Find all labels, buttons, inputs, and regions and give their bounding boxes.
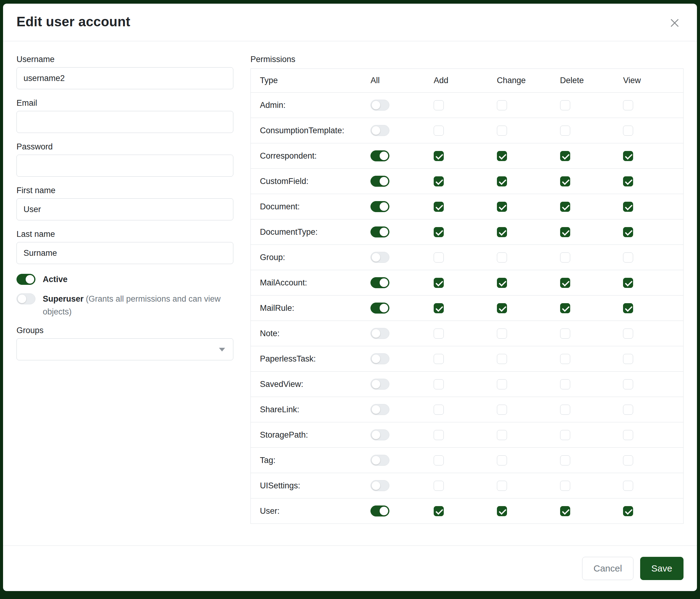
perm-delete-checkbox[interactable] — [560, 100, 570, 110]
perm-change-checkbox[interactable] — [497, 506, 507, 516]
save-button[interactable]: Save — [640, 557, 683, 580]
perm-delete-checkbox[interactable] — [560, 481, 570, 491]
perm-add-checkbox[interactable] — [434, 354, 444, 364]
perm-all-toggle[interactable] — [371, 429, 390, 440]
perm-all-toggle[interactable] — [371, 150, 390, 161]
perm-all-toggle[interactable] — [371, 505, 390, 517]
perm-change-checkbox[interactable] — [497, 379, 507, 389]
perm-add-checkbox[interactable] — [434, 227, 444, 237]
perm-all-toggle[interactable] — [371, 353, 390, 364]
perm-change-checkbox[interactable] — [497, 405, 507, 415]
perm-all-toggle[interactable] — [371, 455, 390, 466]
permission-type-label: CustomField: — [251, 169, 368, 194]
perm-change-checkbox[interactable] — [497, 100, 507, 110]
perm-add-checkbox[interactable] — [434, 379, 444, 389]
perm-add-checkbox[interactable] — [434, 329, 444, 339]
first-name-input[interactable] — [17, 198, 233, 220]
perm-all-toggle[interactable] — [371, 176, 390, 187]
perm-change-checkbox[interactable] — [497, 202, 507, 212]
perm-view-checkbox[interactable] — [623, 455, 633, 465]
perm-add-checkbox[interactable] — [434, 455, 444, 465]
password-input[interactable] — [17, 154, 233, 177]
perm-add-checkbox[interactable] — [434, 151, 444, 161]
perm-change-checkbox[interactable] — [497, 176, 507, 186]
perm-add-checkbox[interactable] — [434, 100, 444, 110]
perm-delete-checkbox[interactable] — [560, 430, 570, 440]
perm-change-checkbox[interactable] — [497, 329, 507, 339]
perm-change-checkbox[interactable] — [497, 303, 507, 313]
perm-add-checkbox[interactable] — [434, 506, 444, 516]
perm-all-toggle[interactable] — [371, 252, 390, 263]
perm-all-toggle[interactable] — [371, 303, 390, 314]
perm-add-checkbox[interactable] — [434, 253, 444, 263]
user-form: Username Email Password First name Last — [17, 55, 233, 532]
perm-delete-checkbox[interactable] — [560, 278, 570, 288]
perm-view-checkbox[interactable] — [623, 329, 633, 339]
perm-view-checkbox[interactable] — [623, 176, 633, 186]
perm-view-checkbox[interactable] — [623, 100, 633, 110]
perm-change-checkbox[interactable] — [497, 481, 507, 491]
username-input[interactable] — [17, 67, 233, 89]
perm-delete-checkbox[interactable] — [560, 303, 570, 313]
perm-all-toggle[interactable] — [371, 201, 390, 212]
perm-view-checkbox[interactable] — [623, 481, 633, 491]
perm-add-checkbox[interactable] — [434, 303, 444, 313]
perm-all-toggle[interactable] — [371, 404, 390, 415]
perm-all-toggle[interactable] — [371, 125, 390, 136]
perm-view-checkbox[interactable] — [623, 202, 633, 212]
perm-view-checkbox[interactable] — [623, 506, 633, 516]
perm-change-checkbox[interactable] — [497, 278, 507, 288]
perm-change-checkbox[interactable] — [497, 126, 507, 136]
perm-delete-checkbox[interactable] — [560, 329, 570, 339]
perm-all-toggle[interactable] — [371, 277, 390, 288]
perm-delete-checkbox[interactable] — [560, 354, 570, 364]
perm-all-toggle[interactable] — [371, 226, 390, 237]
perm-change-checkbox[interactable] — [497, 354, 507, 364]
perm-view-checkbox[interactable] — [623, 405, 633, 415]
perm-view-checkbox[interactable] — [623, 253, 633, 263]
perm-delete-checkbox[interactable] — [560, 253, 570, 263]
last-name-input[interactable] — [17, 242, 233, 264]
perm-change-checkbox[interactable] — [497, 227, 507, 237]
perm-view-checkbox[interactable] — [623, 303, 633, 313]
perm-delete-checkbox[interactable] — [560, 126, 570, 136]
perm-view-checkbox[interactable] — [623, 151, 633, 161]
permissions-table: Type All Add Change Delete View Admin:Co… — [250, 69, 683, 524]
perm-delete-checkbox[interactable] — [560, 202, 570, 212]
perm-change-checkbox[interactable] — [497, 151, 507, 161]
perm-view-checkbox[interactable] — [623, 430, 633, 440]
perm-add-checkbox[interactable] — [434, 481, 444, 491]
perm-add-checkbox[interactable] — [434, 202, 444, 212]
perm-change-checkbox[interactable] — [497, 455, 507, 465]
perm-all-toggle[interactable] — [371, 100, 390, 111]
perm-delete-checkbox[interactable] — [560, 151, 570, 161]
perm-view-checkbox[interactable] — [623, 354, 633, 364]
close-icon[interactable] — [666, 14, 683, 32]
email-input[interactable] — [17, 111, 233, 133]
perm-delete-checkbox[interactable] — [560, 227, 570, 237]
permissions-header-row: Type All Add Change Delete View — [251, 69, 683, 93]
perm-view-checkbox[interactable] — [623, 227, 633, 237]
perm-view-checkbox[interactable] — [623, 126, 633, 136]
perm-change-checkbox[interactable] — [497, 253, 507, 263]
perm-all-toggle[interactable] — [371, 480, 390, 491]
perm-add-checkbox[interactable] — [434, 176, 444, 186]
perm-view-checkbox[interactable] — [623, 278, 633, 288]
superuser-toggle[interactable] — [17, 293, 35, 304]
perm-add-checkbox[interactable] — [434, 278, 444, 288]
groups-select[interactable] — [17, 338, 233, 360]
perm-add-checkbox[interactable] — [434, 405, 444, 415]
perm-add-checkbox[interactable] — [434, 430, 444, 440]
perm-add-checkbox[interactable] — [434, 126, 444, 136]
perm-view-checkbox[interactable] — [623, 379, 633, 389]
perm-change-checkbox[interactable] — [497, 430, 507, 440]
perm-delete-checkbox[interactable] — [560, 405, 570, 415]
cancel-button[interactable]: Cancel — [582, 557, 633, 580]
perm-all-toggle[interactable] — [371, 328, 390, 339]
perm-delete-checkbox[interactable] — [560, 506, 570, 516]
active-toggle[interactable] — [17, 274, 35, 285]
perm-all-toggle[interactable] — [371, 379, 390, 390]
perm-delete-checkbox[interactable] — [560, 379, 570, 389]
perm-delete-checkbox[interactable] — [560, 455, 570, 465]
perm-delete-checkbox[interactable] — [560, 176, 570, 186]
